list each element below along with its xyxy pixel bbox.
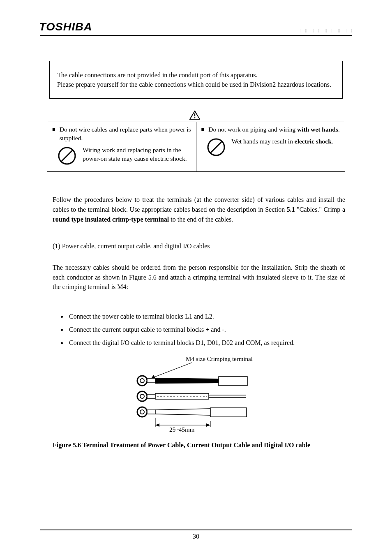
caution-box: CAUTION ■ Do not wire cables and replace… bbox=[47, 108, 345, 172]
note-box: The cable connections are not provided i… bbox=[49, 61, 343, 99]
svg-point-2 bbox=[194, 117, 196, 118]
svg-point-10 bbox=[140, 379, 144, 383]
svg-point-21 bbox=[137, 407, 147, 417]
page-header: TOSHIBA bbox=[40, 21, 352, 36]
caution-text: Do not wire cables and replace parts whe… bbox=[60, 125, 192, 143]
note-line: The cable connections are not provided i… bbox=[57, 70, 335, 80]
svg-rect-26 bbox=[210, 408, 247, 417]
svg-marker-8 bbox=[151, 375, 155, 378]
svg-line-24 bbox=[155, 409, 210, 410]
svg-point-14 bbox=[137, 391, 147, 401]
caution-cell-right: ■ Do not work on piping and wiring with … bbox=[196, 122, 345, 171]
prohibit-icon bbox=[206, 137, 226, 157]
body-subheading: (1) Power cable, current output cable, a… bbox=[53, 241, 345, 251]
svg-line-7 bbox=[151, 363, 192, 378]
svg-line-4 bbox=[61, 150, 73, 162]
svg-point-22 bbox=[140, 410, 144, 414]
page-number: 30 bbox=[193, 533, 199, 540]
toshiba-logo: TOSHIBA bbox=[39, 21, 92, 33]
svg-line-6 bbox=[210, 141, 222, 153]
svg-point-15 bbox=[140, 394, 144, 398]
prohibit-icon bbox=[57, 146, 77, 166]
crimping-terminal-diagram: M4 size Crimping terminal bbox=[128, 356, 264, 434]
caution-subtext: Wet hands may result in electric shock. bbox=[232, 137, 333, 146]
caution-heading: CAUTION bbox=[47, 108, 345, 122]
caution-subtext: Wiring work and replacing parts in the p… bbox=[83, 146, 192, 163]
svg-point-9 bbox=[137, 376, 147, 386]
svg-marker-29 bbox=[206, 423, 210, 427]
warning-triangle-icon bbox=[189, 111, 200, 120]
figure-label-top: M4 size Crimping terminal bbox=[186, 356, 253, 362]
svg-rect-16 bbox=[147, 394, 155, 398]
list-item: Connect the current output cable to term… bbox=[67, 323, 345, 336]
square-bullet-icon: ■ bbox=[201, 125, 205, 134]
caution-text: Do not work on piping and wiring with we… bbox=[208, 125, 340, 134]
header-graphic bbox=[300, 29, 352, 33]
svg-rect-11 bbox=[147, 379, 155, 383]
svg-marker-28 bbox=[155, 423, 159, 427]
square-bullet-icon: ■ bbox=[52, 125, 55, 143]
svg-rect-23 bbox=[147, 410, 155, 414]
caution-cell-left: ■ Do not wire cables and replace parts w… bbox=[47, 122, 196, 171]
list-item: Connect the power cable to terminal bloc… bbox=[67, 310, 345, 323]
body-paragraph: The necessary cables should be ordered f… bbox=[53, 263, 345, 292]
bullet-list: Connect the power cable to terminal bloc… bbox=[67, 310, 345, 349]
list-item: Connect the digital I/O cable to termina… bbox=[67, 336, 345, 349]
svg-line-25 bbox=[155, 414, 210, 415]
page-footer: 30 bbox=[40, 530, 352, 540]
figure: M4 size Crimping terminal bbox=[128, 356, 264, 436]
body-paragraph: Follow the procedures below to treat the… bbox=[53, 195, 345, 224]
figure-label-bottom: 25~45mm bbox=[169, 426, 195, 433]
figure-caption: Figure 5.6 Terminal Treatment of Power C… bbox=[53, 442, 352, 449]
svg-rect-13 bbox=[219, 377, 247, 386]
svg-marker-12 bbox=[155, 378, 219, 384]
note-line: Please prepare yourself for the cable co… bbox=[57, 80, 335, 89]
